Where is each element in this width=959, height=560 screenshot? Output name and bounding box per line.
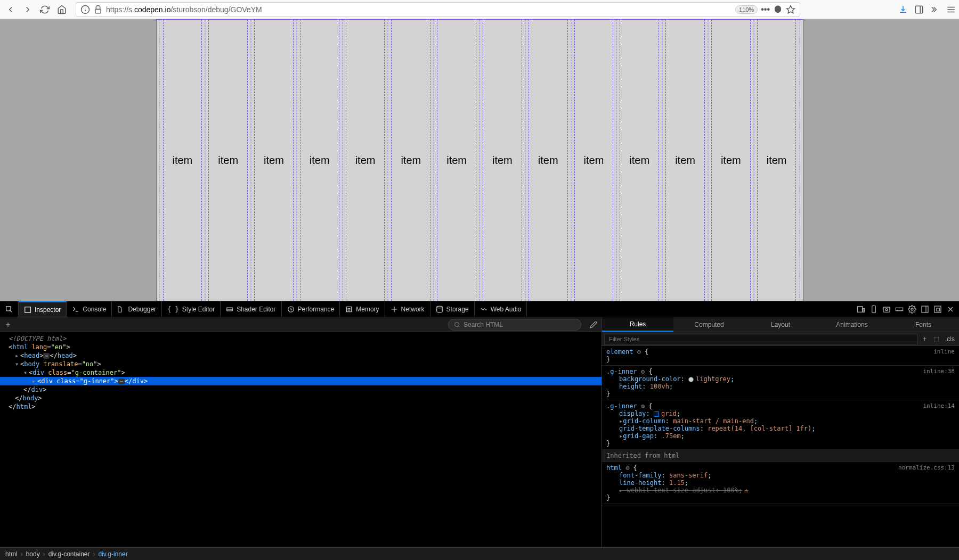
crumb-body[interactable]: body xyxy=(26,550,40,558)
grid-item: item xyxy=(711,20,751,301)
add-element-button[interactable] xyxy=(4,321,12,328)
tab-style-editor[interactable]: { }Style Editor xyxy=(162,301,221,317)
dock-side-icon[interactable] xyxy=(921,305,929,314)
forward-button[interactable] xyxy=(20,2,35,17)
svg-rect-20 xyxy=(863,308,865,312)
tab-web-audio[interactable]: Web Audio xyxy=(475,301,527,317)
back-button xyxy=(3,2,18,17)
page-viewport: item item item item item item item item … xyxy=(0,19,959,301)
grid-container: item item item item item item item item … xyxy=(156,19,803,301)
more-icon[interactable]: ••• xyxy=(761,5,770,14)
lock-icon xyxy=(93,5,103,14)
tab-console[interactable]: Console xyxy=(67,301,112,317)
cls-button[interactable]: .cls xyxy=(943,335,957,343)
grid-item: item xyxy=(208,20,248,301)
edit-html-button[interactable] xyxy=(590,321,597,328)
grid-item: item xyxy=(346,20,385,301)
info-icon xyxy=(80,5,90,14)
svg-rect-3 xyxy=(95,9,101,13)
pseudo-class-button[interactable]: ⬚ xyxy=(932,336,941,342)
home-button[interactable] xyxy=(54,2,69,17)
dom-tree[interactable]: <!DOCTYPE html> <html lang="en"> ▸<head>… xyxy=(0,332,602,547)
grid-item: item xyxy=(483,20,522,301)
rules-tab-animations[interactable]: Animations xyxy=(816,317,888,332)
svg-rect-21 xyxy=(872,306,876,312)
svg-rect-19 xyxy=(857,306,862,312)
rules-pane[interactable]: inline element ⚙ {} inline:38 .g-inner ⚙… xyxy=(602,346,959,547)
popout-icon[interactable] xyxy=(933,305,942,314)
svg-rect-16 xyxy=(347,307,352,311)
reload-button[interactable] xyxy=(37,2,52,17)
rules-tab-layout[interactable]: Layout xyxy=(745,317,816,332)
ruler-icon[interactable] xyxy=(895,305,904,314)
grid-item: item xyxy=(665,20,705,301)
svg-rect-28 xyxy=(934,306,941,312)
tab-debugger[interactable]: Debugger xyxy=(112,301,162,317)
devtools: Inspector Console Debugger { }Style Edit… xyxy=(0,301,959,560)
svg-rect-17 xyxy=(348,308,351,310)
selected-dom-node[interactable]: ▸<div class="g-inner">⋯</div> xyxy=(0,377,602,385)
crumb-container[interactable]: div.g-container xyxy=(48,550,90,558)
tab-storage[interactable]: Storage xyxy=(430,301,475,317)
rules-tabs: Rules Computed Layout Animations Fonts xyxy=(602,317,959,332)
svg-rect-29 xyxy=(937,308,939,311)
tab-memory[interactable]: Memory xyxy=(340,301,385,317)
download-icon[interactable] xyxy=(898,5,908,14)
add-rule-button[interactable]: + xyxy=(920,335,930,343)
overflow-icon[interactable] xyxy=(930,5,940,14)
filter-styles-input[interactable] xyxy=(604,334,917,344)
zoom-badge[interactable]: 110% xyxy=(735,5,758,14)
svg-point-34 xyxy=(455,322,459,326)
star-icon[interactable] xyxy=(786,5,795,14)
grid-item: item xyxy=(254,20,294,301)
devtools-tabs: Inspector Console Debugger { }Style Edit… xyxy=(0,301,959,317)
settings-icon[interactable] xyxy=(908,305,916,314)
tab-inspector[interactable]: Inspector xyxy=(19,301,67,317)
rules-tab-computed[interactable]: Computed xyxy=(673,317,745,332)
svg-rect-11 xyxy=(25,307,31,312)
tab-shader-editor[interactable]: Shader Editor xyxy=(221,301,281,317)
svg-rect-24 xyxy=(896,308,903,310)
phone-icon[interactable] xyxy=(869,305,878,314)
grid-item: item xyxy=(163,20,202,301)
browser-toolbar: https://s.codepen.io/sturobson/debug/GOV… xyxy=(0,0,959,19)
crumb-inner[interactable]: div.g-inner xyxy=(99,550,128,558)
svg-point-23 xyxy=(885,308,888,310)
responsive-icon[interactable] xyxy=(857,305,865,314)
crumb-html[interactable]: html xyxy=(5,550,18,558)
pick-element-button[interactable] xyxy=(0,301,19,317)
url-bar[interactable]: https://s.codepen.io/sturobson/debug/GOV… xyxy=(76,2,800,17)
grid-item: item xyxy=(391,20,430,301)
grid-inner: item item item item item item item item … xyxy=(157,20,803,301)
pocket-icon[interactable] xyxy=(773,5,783,14)
tab-performance[interactable]: Performance xyxy=(282,301,340,317)
library-icon[interactable] xyxy=(914,5,924,14)
screenshot-icon[interactable] xyxy=(882,305,891,314)
search-html-input[interactable]: Search HTML xyxy=(448,319,581,331)
grid-item: item xyxy=(529,20,568,301)
menu-icon[interactable] xyxy=(946,5,956,14)
grid-item: item xyxy=(437,20,476,301)
grid-item: item xyxy=(574,20,614,301)
rules-tab-rules[interactable]: Rules xyxy=(602,317,673,332)
svg-rect-22 xyxy=(883,307,890,312)
search-icon xyxy=(454,322,460,328)
svg-point-18 xyxy=(436,306,442,308)
svg-marker-4 xyxy=(787,5,795,13)
svg-line-35 xyxy=(458,326,459,327)
grid-item: item xyxy=(757,20,797,301)
url-text: https://s.codepen.io/sturobson/debug/GOV… xyxy=(106,5,732,14)
svg-rect-26 xyxy=(922,306,928,312)
tab-network[interactable]: Network xyxy=(385,301,430,317)
breadcrumb: html› body› div.g-container› div.g-inner xyxy=(0,547,959,560)
inherited-from-label: Inherited from html xyxy=(602,450,959,462)
grid-item: item xyxy=(300,20,339,301)
svg-point-25 xyxy=(911,308,913,310)
grid-item: item xyxy=(620,20,659,301)
rules-tab-fonts[interactable]: Fonts xyxy=(888,317,959,332)
close-devtools-icon[interactable] xyxy=(946,305,955,314)
svg-rect-5 xyxy=(915,6,923,13)
